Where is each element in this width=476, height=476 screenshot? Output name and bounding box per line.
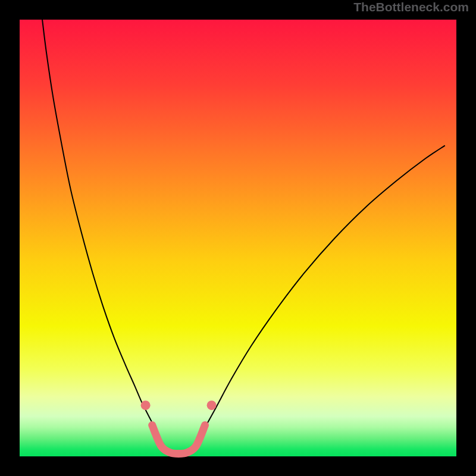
valley-end-points-point xyxy=(141,400,151,410)
attribution-text: TheBottleneck.com xyxy=(353,0,469,14)
bottleneck-chart xyxy=(0,0,476,476)
plot-background xyxy=(18,18,458,458)
chart-container: TheBottleneck.com xyxy=(0,0,476,476)
valley-end-points-point xyxy=(207,400,217,410)
